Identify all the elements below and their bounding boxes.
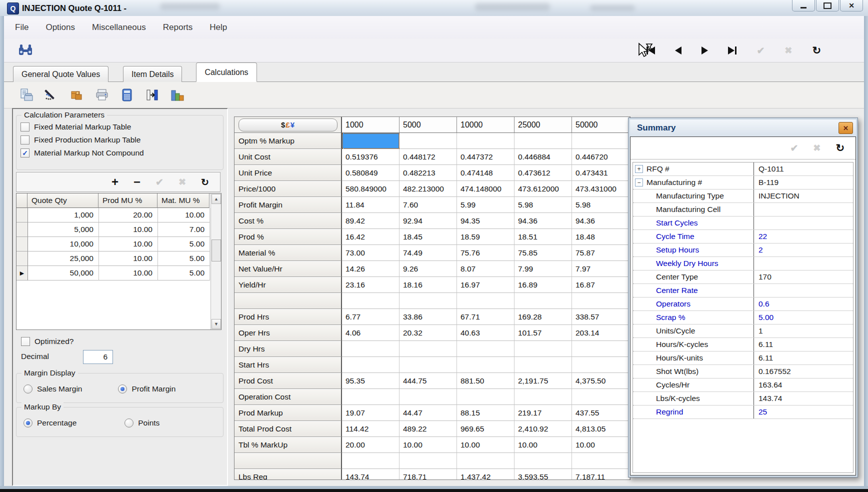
mat-mu-cell[interactable]: 7.00 [158, 222, 210, 237]
value-cell[interactable]: 489.22 [400, 421, 457, 437]
value-cell[interactable] [514, 357, 572, 373]
value-cell[interactable]: 7.99 [514, 261, 572, 277]
tab-general-quote-values[interactable]: General Quote Values [13, 66, 108, 82]
checkbox-fixed-material-markup-table[interactable] [20, 122, 30, 132]
summary-close-button[interactable]: ✕ [838, 122, 853, 134]
value-cell[interactable] [514, 133, 572, 149]
value-cell[interactable]: 14.26 [342, 261, 400, 277]
quote-qty-cell[interactable]: 5,000 [28, 222, 99, 237]
value-cell[interactable]: 10.00 [572, 437, 630, 453]
value-cell[interactable]: 482.213000 [400, 181, 457, 197]
value-cell[interactable] [457, 357, 514, 373]
value-cell[interactable]: 10.00 [457, 437, 514, 453]
quote-qty-cell[interactable]: 10,000 [28, 237, 99, 252]
value-cell[interactable]: 16.87 [572, 277, 630, 293]
collapse-icon[interactable]: − [635, 178, 643, 186]
value-cell[interactable] [400, 293, 457, 309]
scroll-down-icon[interactable]: ▼ [212, 319, 221, 329]
optimized-checkbox[interactable] [21, 337, 30, 346]
value-cell[interactable]: 0.482213 [400, 165, 457, 181]
value-cell[interactable]: 3,593.55 [514, 469, 572, 480]
value-cell[interactable]: 10.00 [514, 437, 572, 453]
value-cell[interactable] [514, 389, 572, 405]
summary-field-value[interactable] [754, 216, 853, 230]
quote-qty-cell[interactable]: 25,000 [28, 252, 99, 266]
prod-mu-cell[interactable]: 10.00 [99, 222, 158, 237]
prod-mu-cell[interactable]: 20.00 [99, 208, 158, 222]
value-cell[interactable] [572, 389, 630, 405]
scroll-up-icon[interactable]: ▲ [212, 194, 221, 204]
tab-calculations[interactable]: Calculations [196, 62, 256, 82]
value-cell[interactable]: 473.612000 [514, 181, 572, 197]
value-cell[interactable]: 44.47 [400, 405, 457, 421]
value-cell[interactable]: 40.63 [457, 325, 514, 341]
value-cell[interactable] [457, 133, 514, 149]
delete-row-icon[interactable]: − [134, 177, 140, 187]
value-cell[interactable] [457, 389, 514, 405]
value-cell[interactable]: 0.446884 [514, 149, 572, 165]
value-cell[interactable]: 6.77 [342, 309, 400, 325]
summary-field-value[interactable]: 0.6 [754, 298, 853, 310]
value-cell[interactable]: 143.74 [342, 469, 400, 480]
value-cell[interactable] [400, 453, 457, 469]
summary-field-value[interactable] [754, 284, 853, 297]
value-cell[interactable]: 101.57 [514, 325, 572, 341]
scrollbar-thumb[interactable] [212, 240, 221, 262]
accept-icon[interactable]: ✔ [756, 45, 764, 56]
menu-item-miscellaneous[interactable]: Miscellaneous [92, 22, 146, 32]
value-cell[interactable]: 20.32 [400, 325, 457, 341]
bar-chart-icon[interactable] [169, 87, 185, 103]
value-cell[interactable]: 74.49 [400, 245, 457, 261]
column-nav-icon[interactable] [144, 87, 160, 103]
value-cell[interactable]: 4,375.50 [572, 373, 630, 389]
value-cell[interactable] [457, 453, 514, 469]
value-cell[interactable]: 5.98 [572, 197, 630, 213]
value-cell[interactable] [572, 341, 630, 357]
mat-mu-cell[interactable]: 5.00 [158, 252, 210, 266]
value-cell[interactable]: 1,437.42 [457, 469, 514, 480]
value-cell[interactable]: 75.85 [514, 245, 572, 261]
value-cell[interactable]: 219.17 [514, 405, 572, 421]
refresh-icon[interactable]: ↻ [812, 44, 821, 56]
summary-field-value[interactable]: 5.00 [754, 311, 853, 324]
value-cell[interactable]: 7.60 [400, 197, 457, 213]
value-cell[interactable]: 7.97 [572, 261, 630, 277]
value-cell[interactable] [400, 389, 457, 405]
quote-qty-cell[interactable]: 50,000 [28, 266, 99, 280]
value-cell[interactable]: 0.446720 [572, 149, 630, 165]
cancel-icon[interactable]: ✖ [784, 45, 792, 56]
summary-field-value[interactable]: 22 [754, 230, 853, 243]
value-cell[interactable]: 0.473612 [514, 165, 572, 181]
value-cell[interactable] [400, 357, 457, 373]
prod-mu-cell[interactable]: 10.00 [99, 252, 158, 266]
value-cell[interactable]: 16.42 [342, 229, 400, 245]
value-cell[interactable]: 23.16 [342, 277, 400, 293]
edit-tools-icon[interactable] [44, 87, 60, 103]
value-cell[interactable] [342, 293, 400, 309]
value-cell[interactable]: 474.148000 [457, 181, 514, 197]
value-cell[interactable]: 881.50 [457, 373, 514, 389]
menu-item-options[interactable]: Options [46, 22, 75, 32]
value-cell[interactable] [342, 341, 400, 357]
value-cell[interactable]: 89.42 [342, 213, 400, 229]
accept-icon[interactable]: ✔ [790, 142, 798, 154]
value-cell[interactable]: 18.45 [400, 229, 457, 245]
value-cell[interactable]: 437.55 [572, 405, 630, 421]
value-cell[interactable]: 473.431000 [572, 181, 630, 197]
value-cell[interactable]: 33.86 [400, 309, 457, 325]
value-cell[interactable]: 95.35 [342, 373, 400, 389]
value-cell[interactable] [514, 341, 572, 357]
value-cell[interactable] [572, 133, 630, 149]
value-cell[interactable]: 94.36 [514, 213, 572, 229]
value-cell[interactable]: 444.75 [400, 373, 457, 389]
value-cell[interactable]: 11.84 [342, 197, 400, 213]
checkbox-fixed-production-markup-table[interactable] [20, 136, 30, 144]
value-cell[interactable]: 0.474148 [457, 165, 514, 181]
maximize-button[interactable] [816, 0, 839, 12]
markup-radio-percentage[interactable] [24, 418, 32, 428]
value-cell[interactable]: 5.98 [514, 197, 572, 213]
value-cell[interactable] [400, 133, 457, 149]
summary-title-bar[interactable]: Summary ✕ [630, 120, 856, 136]
value-cell[interactable] [457, 293, 514, 309]
value-cell[interactable]: 7,187.11 [572, 469, 630, 480]
